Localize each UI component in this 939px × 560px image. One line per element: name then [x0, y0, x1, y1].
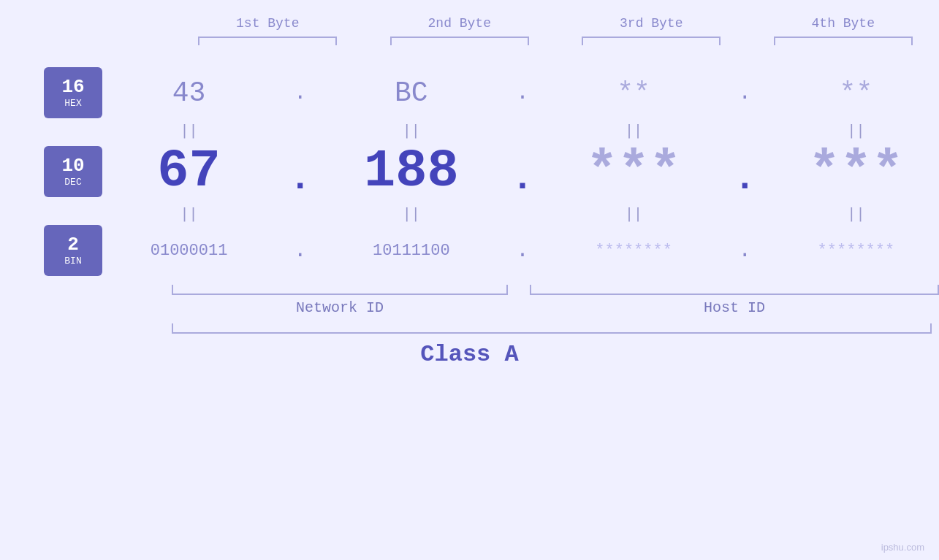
dec-base-label: DEC [64, 177, 81, 188]
class-label: Class A [420, 341, 518, 368]
hex-val-4: ** [783, 77, 929, 109]
eq2-4: || [783, 204, 929, 222]
dec-base-box: 10 DEC [44, 146, 102, 197]
eq1-2: || [338, 121, 484, 139]
bin-val-3: ******** [560, 242, 707, 260]
bin-base-num: 2 [67, 235, 79, 254]
eq1-4: || [783, 121, 929, 139]
hex-dot-3: . [726, 80, 763, 105]
dec-dot-2: . [504, 161, 541, 197]
hex-dot-1: . [282, 80, 319, 105]
byte4-label: 4th Byte [770, 16, 916, 31]
bin-base-box: 2 BIN [44, 225, 102, 276]
host-id-label: Host ID [704, 299, 765, 316]
bracket-byte1 [198, 37, 337, 45]
main-container: 1st Byte 2nd Byte 3rd Byte 4th Byte 16 H… [0, 0, 939, 560]
dec-val-1: 67 [116, 142, 262, 202]
dec-dot-1: . [282, 161, 319, 197]
hex-dot-2: . [504, 80, 541, 105]
dec-val-2: 188 [338, 142, 484, 202]
hex-base-num: 16 [61, 77, 84, 96]
eq2-3: || [560, 204, 707, 222]
dec-dot-3: . [726, 161, 763, 197]
hex-val-2: BC [338, 77, 484, 109]
hex-base-box: 16 HEX [44, 67, 102, 118]
eq1-3: || [560, 121, 707, 139]
host-id-bracket [530, 285, 939, 295]
eq2-2: || [338, 204, 484, 222]
class-row: Class A [0, 341, 939, 368]
byte2-label: 2nd Byte [387, 16, 533, 31]
bracket-byte4 [774, 37, 913, 45]
bin-base-label: BIN [64, 256, 81, 266]
dec-val-3: *** [560, 142, 707, 202]
network-id-bracket [172, 285, 508, 295]
bin-val-2: 10111100 [338, 242, 484, 260]
hex-val-3: ** [560, 77, 707, 109]
byte1-label: 1st Byte [194, 16, 341, 31]
watermark: ipshu.com [881, 542, 924, 553]
bin-val-4: ******** [783, 242, 929, 260]
dec-base-num: 10 [61, 156, 84, 175]
hex-val-1: 43 [116, 77, 262, 109]
class-bracket [172, 323, 932, 334]
bin-dot-2: . [504, 238, 541, 263]
eq1-1: || [116, 121, 262, 139]
bin-val-1: 01000011 [116, 242, 262, 260]
byte3-label: 3rd Byte [578, 16, 724, 31]
eq2-1: || [116, 204, 262, 222]
bracket-byte2 [390, 37, 529, 45]
hex-base-label: HEX [64, 98, 81, 109]
network-id-label: Network ID [296, 299, 384, 316]
bracket-byte3 [582, 37, 721, 45]
bin-dot-3: . [726, 238, 763, 263]
dec-val-4: *** [783, 142, 929, 202]
bin-dot-1: . [282, 238, 319, 263]
